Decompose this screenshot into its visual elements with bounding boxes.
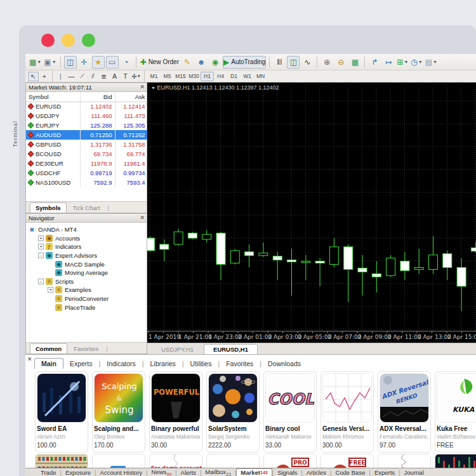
terminal-tab-market[interactable]: Market143	[236, 468, 272, 476]
chart-dropdown-icon[interactable]: ▼	[151, 86, 155, 90]
crosshair-tool-button[interactable]: ＋	[39, 72, 50, 81]
tree-item-expert-advisors[interactable]: -◆Expert Advisors	[27, 251, 145, 260]
market-tab-experts[interactable]: Experts	[63, 359, 99, 369]
tree-item-placetrade[interactable]: ≡PlaceTrade	[27, 303, 145, 312]
label-tool-button[interactable]: T	[120, 72, 131, 81]
tab-common[interactable]: Common	[30, 343, 67, 354]
broadcast-button[interactable]: ◉	[209, 56, 221, 69]
product-card[interactable]: Genesis Versi...Maksim Khromov300.00	[321, 371, 374, 453]
metaeditor-button[interactable]: ✎	[181, 56, 194, 69]
product-card[interactable]: COOLBinary coolAleksandr Makarov33.00	[263, 371, 317, 453]
market-tab-utilities[interactable]: Utilities	[184, 359, 218, 369]
autotrading-button[interactable]: ▶AutoTrading	[223, 56, 266, 69]
new-chart-button[interactable]: ▦▼	[29, 56, 42, 69]
timeframe-w1-button[interactable]: W1	[241, 72, 254, 81]
timeframe-h4-button[interactable]: H4	[214, 72, 227, 81]
tree-item-indicators[interactable]: +ƒIndicators	[27, 242, 145, 251]
tree-item-moving-average[interactable]: ◆Moving Average	[27, 268, 145, 277]
terminal-button[interactable]: ▭	[106, 56, 119, 69]
templates-button[interactable]: ▤▼	[425, 56, 438, 69]
terminal-tab-signals[interactable]: Signals	[274, 469, 301, 476]
symbol-row[interactable]: EURUSD1.124021.12414	[26, 102, 148, 111]
terminal-tab-news[interactable]: News99	[148, 468, 176, 476]
terminal-tab-account-history[interactable]: Account History	[96, 469, 147, 476]
traffic-light-minimize[interactable]	[62, 34, 75, 47]
terminal-tab-alerts[interactable]: Alerts	[177, 469, 200, 476]
auto-scroll-button[interactable]: ↱	[368, 56, 381, 69]
timeframe-m15-button[interactable]: M15	[174, 72, 187, 81]
expand-icon[interactable]: +	[48, 287, 53, 293]
chart-tab-usdjpy-h1[interactable]: USDJPY,H1	[152, 345, 202, 354]
symbol-row[interactable]: EURJPY125.288125.305	[26, 121, 148, 130]
market-watch-header[interactable]: Market Watch: 19:07:11 ✕	[26, 83, 147, 92]
tile-windows-button[interactable]: ▦	[348, 56, 361, 69]
close-icon[interactable]: ✕	[140, 215, 145, 221]
vertical-line-tool-button[interactable]: ｜	[55, 72, 66, 81]
price-chart[interactable]: 1 Apr 20191 Apr 21:001 Apr 23:002 Apr 01…	[147, 83, 476, 343]
horizontal-line-tool-button[interactable]: —	[66, 72, 77, 81]
symbol-row[interactable]: NAS100USD7592.97593.4	[26, 178, 148, 187]
tree-item-scripts[interactable]: -≡Scripts	[27, 277, 145, 286]
market-tab-main[interactable]: Main	[34, 358, 63, 369]
shapes-tool-button[interactable]: ✢▼	[131, 72, 142, 81]
traffic-light-close[interactable]	[41, 34, 55, 47]
new-order-button[interactable]: ✚New Order	[140, 56, 180, 69]
symbol-row[interactable]: USDJPY111.460111.473	[26, 111, 148, 121]
market-tab-favorites[interactable]: Favorites	[220, 359, 260, 369]
symbol-row[interactable]: GBPUSD1.317361.31758	[26, 140, 148, 149]
bars-style-button[interactable]: ǁǀ	[273, 56, 286, 69]
profiles-button[interactable]: ▣▼	[43, 56, 56, 69]
timeframe-m5-button[interactable]: M5	[161, 72, 174, 81]
zoom-out-button[interactable]: ⊖	[334, 56, 347, 69]
tree-item-macd-sample[interactable]: ◆MACD Sample	[27, 260, 145, 268]
periods-button[interactable]: ◷▼	[410, 56, 423, 69]
cursor-tool-button[interactable]: ↖	[28, 72, 39, 81]
market-tab-libraries[interactable]: Libraries	[144, 359, 182, 369]
timeframe-m30-button[interactable]: M30	[187, 72, 201, 81]
market-tab-indicators[interactable]: Indicators	[100, 359, 142, 369]
collapse-icon[interactable]: -	[38, 279, 44, 284]
timeframe-m1-button[interactable]: M1	[147, 72, 161, 81]
close-icon[interactable]: ✕	[27, 356, 32, 362]
zoom-in-button[interactable]: ⊕	[321, 56, 333, 69]
collapse-icon[interactable]: -	[38, 253, 44, 258]
terminal-tab-experts[interactable]: Experts	[371, 469, 399, 476]
tab-tick-chart[interactable]: Tick Chart	[68, 203, 105, 213]
product-card[interactable]: SolarSystemSergej Sergienko2222.00	[206, 371, 260, 453]
symbol-row[interactable]: BCOUSD69.73469.774	[26, 149, 148, 159]
traffic-light-zoom[interactable]	[82, 34, 95, 47]
terminal-tab-journal[interactable]: Journal	[400, 469, 428, 476]
navigator-header[interactable]: Navigator ✕	[26, 214, 147, 223]
product-card[interactable]: POWERFULBinary powerfulAnastasia Makarov…	[149, 371, 202, 453]
tree-item-periodconverter[interactable]: ≡PeriodConverter	[27, 294, 145, 303]
product-card[interactable]: ADX ReversalRENKOADX Reversal...Fernando…	[378, 371, 431, 453]
product-card[interactable]: Sword EAAkram Azizi100.00	[35, 371, 88, 453]
symbol-row[interactable]: AUDUSD0.712500.71262	[26, 130, 148, 140]
market-watch-button[interactable]: ◫	[64, 56, 77, 69]
trendline-tool-button[interactable]: ⟋	[77, 72, 88, 81]
data-window-button[interactable]: ✛	[78, 56, 91, 69]
product-card[interactable]: Scalping&SwingScalping and...Oleg Boriso…	[92, 371, 145, 453]
channel-tool-button[interactable]: ⫽	[88, 72, 98, 81]
tab-favorites[interactable]: Favorites	[69, 344, 103, 354]
community-button[interactable]: ☻	[195, 56, 208, 69]
expand-icon[interactable]: +	[38, 244, 44, 249]
candles-style-button[interactable]: ◫	[287, 56, 300, 69]
market-tab-downloads[interactable]: Downloads	[261, 359, 307, 369]
terminal-tab-articles[interactable]: Articles	[303, 469, 330, 476]
expand-icon[interactable]: +	[38, 235, 44, 241]
tree-item-accounts[interactable]: +◆Accounts	[27, 234, 145, 243]
chart-shift-button[interactable]: ↦	[382, 56, 395, 69]
indicators-add-button[interactable]: ⊞▼	[396, 56, 409, 69]
symbol-row[interactable]: DE30EUR11978.911981.4	[26, 159, 148, 168]
text-tool-button[interactable]: A	[109, 72, 120, 81]
tab-symbols[interactable]: Symbols	[30, 202, 67, 213]
navigator-button[interactable]: ★	[92, 56, 105, 69]
terminal-tab-trade[interactable]: Trade	[37, 469, 60, 476]
timeframe-mn-button[interactable]: MN	[254, 72, 267, 81]
symbol-row[interactable]: USDCHF0.997190.99734	[26, 168, 148, 178]
terminal-tab-exposure[interactable]: Exposure	[62, 469, 95, 476]
close-icon[interactable]: ✕	[140, 84, 145, 90]
product-card[interactable]: KUKAFREKuka FreeVadim BizhanovFREE	[435, 371, 476, 453]
timeframe-h1-button[interactable]: H1	[201, 72, 214, 81]
